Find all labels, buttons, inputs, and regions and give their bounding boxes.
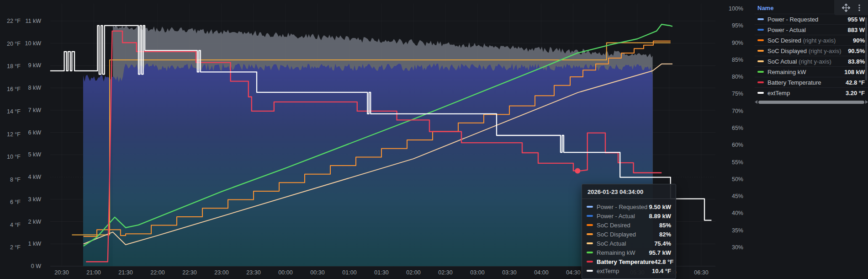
legend-row[interactable]: SoC Actual(right y-axis)83.8% [755, 56, 868, 66]
series-color-swatch-icon [757, 60, 764, 62]
series-color-swatch-icon [587, 242, 593, 244]
legend-series-name: SoC Desired [767, 37, 801, 44]
x-axis-label: 00:30 [307, 269, 328, 276]
x-axis-label: 20:30 [51, 269, 72, 276]
y-axis-label-pct: 95% [718, 22, 743, 29]
timeseries-panel: 22 °F20 °F18 °F16 °F14 °F12 °F10 °F8 °F6… [0, 0, 868, 279]
legend-row[interactable]: Power - Requested955 W [755, 14, 868, 24]
legend-axis-suffix: (right y-axis) [809, 48, 842, 54]
series-color-swatch-icon [757, 18, 764, 20]
x-axis-label: 21:30 [115, 269, 136, 276]
y-axis-label-kw: 5 kW [22, 151, 41, 158]
y-axis-label-temp: 18 °F [0, 63, 21, 70]
x-axis-label: 06:30 [691, 269, 712, 276]
y-axis-label-temp: 16 °F [0, 86, 21, 92]
legend-axis-suffix: (right y-axis) [799, 58, 831, 65]
y-axis-label-pct: 60% [718, 142, 743, 148]
tooltip-row: SoC Desired85% [587, 220, 671, 230]
series-color-swatch-icon [587, 215, 593, 217]
y-axis-label-pct: 50% [718, 176, 743, 182]
y-axis-label-pct: 70% [718, 108, 743, 114]
tooltip-series-label: Power - Actual [597, 213, 635, 220]
y-axis-label-kw: 1 kW [22, 241, 41, 247]
tooltip-series-label: extTemp [597, 268, 619, 274]
scroll-right-arrow-icon[interactable] [865, 100, 868, 104]
tooltip-row: Battery Temperature42.8 °F [587, 257, 671, 266]
series-color-swatch-icon [587, 224, 593, 226]
series-color-swatch-icon [757, 29, 764, 31]
y-axis-label-kw: 6 kW [22, 129, 41, 136]
legend-row[interactable]: SoC Displayed(right y-axis)90.5% [755, 45, 868, 56]
tooltip-row: Power - Actual8.89 kW [587, 211, 671, 220]
legend-axis-suffix: (right y-axis) [803, 37, 836, 44]
series-color-swatch-icon [757, 39, 764, 41]
scroll-left-arrow-icon[interactable] [755, 100, 757, 104]
x-axis-label: 23:30 [243, 269, 264, 276]
legend-sort-header[interactable]: Name [755, 2, 868, 14]
x-axis-label: 04:00 [531, 269, 552, 276]
legend-table: Name Power - Requested955 WPower - Actua… [755, 2, 868, 104]
y-axis-label-kw: 9 kW [22, 62, 41, 69]
tooltip-row: Power - Requested9.50 kW [587, 202, 671, 211]
tooltip-series-value: 10.4 °F [652, 268, 671, 274]
tooltip-series-value: 8.89 kW [649, 213, 671, 220]
tooltip-series-value: 95.7 kW [649, 249, 671, 256]
series-color-swatch-icon [587, 206, 593, 208]
x-axis-label: 22:30 [179, 269, 200, 276]
x-axis-label: 01:00 [339, 269, 360, 276]
y-axis-label-pct: 65% [718, 125, 743, 131]
legend-row[interactable]: Battery Temperature42.8 °F [755, 77, 868, 87]
tooltip-series-value: 75.4% [654, 240, 671, 247]
legend-series-name: SoC Actual [767, 58, 797, 65]
y-axis-label-temp: 12 °F [0, 131, 21, 138]
y-axis-label-kw: 2 kW [22, 219, 41, 225]
y-axis-label-kw: 0 W [22, 263, 41, 269]
legend-series-name: Remaining kW [767, 69, 806, 75]
series-color-swatch-icon [757, 92, 764, 94]
series-color-swatch-icon [587, 233, 593, 235]
tooltip-series-value: 85% [659, 222, 671, 229]
x-axis-label: 04:30 [563, 269, 584, 276]
x-axis-label: 02:00 [403, 269, 424, 276]
y-axis-label-pct: 100% [718, 5, 743, 12]
y-axis-label-pct: 45% [718, 193, 743, 199]
legend-vertical-scrollbar[interactable] [865, 17, 867, 80]
legend-scrollbar[interactable] [755, 100, 868, 104]
legend-series-name: SoC Displayed [767, 48, 807, 54]
y-axis-label-kw: 8 kW [22, 85, 41, 91]
tooltip-series-label: Power - Requested [597, 204, 647, 210]
tooltip-row: extTemp10.4 °F [587, 266, 671, 275]
series-color-swatch-icon [587, 252, 593, 253]
series-color-swatch-icon [757, 71, 764, 73]
y-axis-label-pct: 40% [718, 210, 743, 216]
legend-scrollbar-thumb[interactable] [758, 101, 864, 104]
y-axis-label-pct: 75% [718, 91, 743, 97]
y-axis-label-pct: 85% [718, 57, 743, 63]
legend-series-name: Power - Requested [767, 16, 818, 23]
legend-row[interactable]: Remaining kW108 kW [755, 66, 868, 77]
y-axis-label-temp: 14 °F [0, 108, 21, 115]
y-axis-label-temp: 8 °F [0, 177, 21, 183]
y-axis-label-temp: 20 °F [0, 41, 21, 47]
tooltip-row: SoC Displayed82% [587, 230, 671, 239]
y-axis-label-temp: 10 °F [0, 154, 21, 160]
tooltip-timestamp: 2026-01-23 04:34:00 [582, 184, 676, 199]
x-axis-label: 00:00 [275, 269, 296, 276]
y-axis-label-temp: 2 °F [0, 244, 21, 251]
legend-row[interactable]: Power - Actual883 W [755, 24, 868, 35]
y-axis-label-temp: 22 °F [0, 18, 21, 24]
legend-row[interactable]: SoC Desired(right y-axis)90% [755, 35, 868, 45]
legend-series-name: Power - Actual [767, 27, 806, 33]
series-color-swatch-icon [757, 81, 764, 83]
y-axis-label-temp: 4 °F [0, 222, 21, 228]
y-axis-label-kw: 10 kW [22, 40, 41, 47]
y-axis-label-kw: 4 kW [22, 174, 41, 180]
legend-row[interactable]: extTemp3.20 °F [755, 87, 868, 98]
x-axis-label: 02:30 [435, 269, 456, 276]
tooltip-series-value: 82% [659, 231, 671, 238]
series-color-swatch-icon [587, 261, 593, 263]
y-axis-label-kw: 3 kW [22, 196, 41, 203]
tooltip-series-label: SoC Desired [597, 222, 630, 229]
tooltip-series-label: SoC Actual [597, 240, 626, 247]
tooltip-series-label: SoC Displayed [597, 231, 636, 238]
